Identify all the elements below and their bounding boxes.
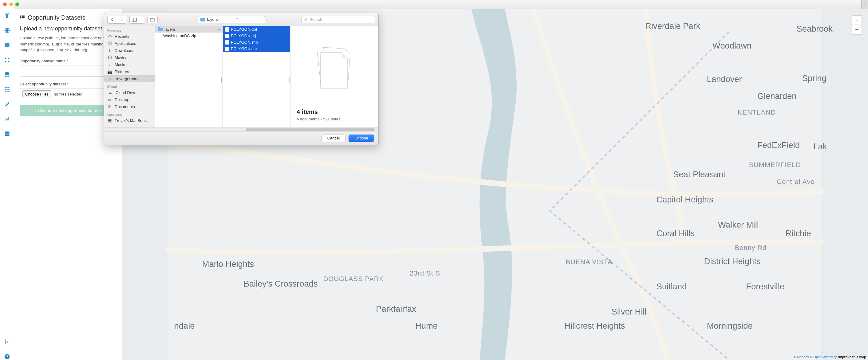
sidebar-item-home[interactable]: ⌂trevorgerhardt [104,75,155,82]
nav-help-icon[interactable]: ? [4,353,10,360]
svg-text:Seat Pleasant: Seat Pleasant [673,169,726,179]
list-item[interactable]: POLYGON.prj [223,33,290,39]
svg-text:Lak: Lak [813,141,827,151]
dialog-toolbar: layers ⌃⌄ [104,13,378,26]
nav-server-icon[interactable] [4,130,10,137]
svg-text:ndale: ndale [174,321,195,330]
file-open-dialog: layers ⌃⌄ Favorites ◷Recents ⒶApplicatio… [104,13,379,145]
list-item-label: POLYGON.dbf [231,27,257,32]
sidebar-item-recents[interactable]: ◷Recents [104,33,155,40]
column-resize-handle[interactable] [289,77,290,83]
svg-rect-11 [8,87,9,88]
svg-text:Glenarden: Glenarden [757,91,797,101]
view-mode-segment[interactable] [129,16,144,24]
camera-icon: 📷 [107,70,112,74]
svg-text:District Heights: District Heights [704,257,761,266]
sidebar-item-documents[interactable]: 🗎Documents [104,103,155,110]
svg-rect-13 [6,89,7,90]
cancel-button[interactable]: Cancel [321,135,345,142]
svg-text:Bailey's Crossroads: Bailey's Crossroads [244,279,318,288]
laptop-icon: 💻 [107,119,112,123]
list-item-label: POLYGON.shp [231,40,258,44]
nav-grid-icon[interactable] [4,86,10,93]
zoom-out-button[interactable]: − [852,25,862,34]
mapbox-link[interactable]: Mapbox [797,355,809,359]
nav-chart-icon[interactable] [4,116,10,122]
svg-point-7 [8,61,9,62]
sidebar-item-movies[interactable]: 🎞Movies [104,54,155,61]
nav-globe-icon[interactable] [4,27,10,34]
nav-edit-icon[interactable] [4,101,10,107]
svg-text:Benny Rd: Benny Rd [735,244,767,252]
svg-point-65 [305,18,307,20]
svg-text:Seabrook: Seabrook [796,24,832,33]
nav-rail: ? [0,0,14,360]
list-item[interactable]: POLYGON.shp [223,39,290,45]
columns-view-icon[interactable] [130,16,139,23]
chevron-updown-icon: ⌃⌄ [236,18,262,22]
upload-button[interactable]: + Upload a new opportunity dataset [20,105,116,116]
zoom-control: + − [852,15,862,34]
file-picker-row: Choose Files no files selected [20,88,116,100]
list-item-label: layers [164,27,175,32]
search-field[interactable] [302,16,375,23]
sidebar-item-applications[interactable]: ⒶApplications [104,40,155,47]
back-button[interactable] [107,16,117,23]
list-item[interactable]: POLYGON.dbf [223,26,290,33]
svg-rect-15 [5,91,5,92]
search-icon [304,18,308,22]
window-controls [3,2,19,6]
nav-logout-icon[interactable] [4,338,10,345]
svg-rect-26 [20,17,22,18]
nav-map-icon[interactable] [4,42,10,48]
panel-title-text: Opportunity Datasets [28,14,86,21]
svg-point-4 [5,58,6,59]
osm-link[interactable]: OpenStreetMap [813,355,837,359]
dataset-name-input[interactable] [20,65,116,77]
sidebar-header-icloud: iCloud [104,82,155,89]
horizontal-scrollbar[interactable] [104,128,378,131]
view-dropdown-icon[interactable] [139,16,144,23]
minimize-window-icon[interactable] [9,2,13,6]
svg-rect-28 [23,17,25,18]
sidebar-item-desktop[interactable]: ▭Desktop [104,96,155,103]
forward-button[interactable] [117,16,126,23]
scrollbar-thumb[interactable] [246,128,375,131]
svg-rect-19 [5,133,9,135]
close-window-icon[interactable] [3,2,7,6]
svg-rect-20 [5,135,9,136]
panel-description: Upload a .csv (with lat, lon, and at lea… [20,35,116,53]
nav-database-icon[interactable] [4,71,10,78]
svg-rect-10 [6,87,7,88]
sidebar-item-music[interactable]: ♪Music [104,61,155,68]
sidebar-item-machine[interactable]: 💻Trevor's MacBoo… [104,117,155,124]
list-item[interactable]: POLYGON.shx [223,45,290,52]
maximize-window-icon[interactable] [16,2,19,6]
svg-text:Spring: Spring [802,73,827,83]
document-icon: 🗎 [107,105,112,109]
nav-regions-icon[interactable] [4,12,10,19]
list-item[interactable]: WashingtonDC.zip [155,33,222,39]
group-icon[interactable] [147,16,158,23]
nav-network-icon[interactable] [4,57,10,63]
sidebar-item-icloud-drive[interactable]: ☁iCloud Drive [104,89,155,96]
new-tab-button[interactable]: + [861,0,868,9]
list-item[interactable]: layers ▶ [155,26,222,33]
svg-point-2 [6,16,8,18]
desktop-icon: ▭ [107,98,112,102]
svg-text:Riverdale Park: Riverdale Park [645,21,701,31]
choose-files-button[interactable]: Choose Files [23,90,51,98]
sidebar-item-pictures[interactable]: 📷Pictures [104,68,155,75]
list-item-label: POLYGON.prj [231,33,256,38]
choose-button[interactable]: Choose [348,135,374,142]
svg-text:Marlo Heights: Marlo Heights [202,259,254,269]
search-input[interactable] [310,17,373,22]
zoom-in-button[interactable]: + [852,16,862,25]
path-selector[interactable]: layers ⌃⌄ [198,16,265,23]
improve-map-link[interactable]: Improve this map [837,355,866,359]
svg-rect-14 [8,89,9,90]
sidebar-item-downloads[interactable]: ⬇Downloads [104,47,155,54]
svg-text:Hume: Hume [415,321,438,330]
svg-rect-25 [23,15,25,17]
svg-text:Central Ave: Central Ave [777,178,815,186]
